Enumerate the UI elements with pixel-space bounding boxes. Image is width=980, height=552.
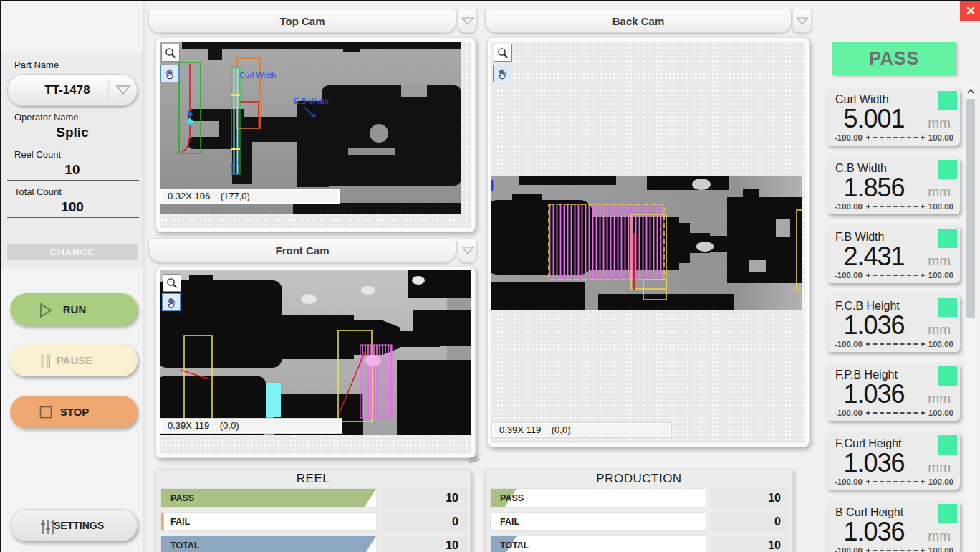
sidebar: Part Name TT-1478 Operator Name Splic Re… — [1, 1, 143, 552]
production-table-title: PRODUCTION — [486, 472, 792, 486]
range-arrow — [866, 412, 925, 414]
table-row: TOTAL 10 — [490, 536, 789, 552]
run-button[interactable]: RUN — [10, 293, 138, 325]
status-indicator — [938, 366, 957, 386]
change-button[interactable]: CHANGE — [7, 244, 138, 260]
measurement-card-bcurl-height: B Curl Height 1.036 mm -100.00100.00 — [827, 501, 960, 552]
part-name-label: Part Name — [14, 60, 59, 70]
eb-width-annotation: E.B Width — [294, 97, 329, 105]
measurement-card-curl-width: Curl Width 5.001 mm -100.00100.00 — [827, 88, 960, 146]
back-cam-status: 0.39X 119 (0,0) — [492, 423, 671, 437]
status-indicator — [938, 298, 957, 317]
front-cam-status: 0.39X 119 (0,0) — [160, 419, 342, 433]
back-cam-image[interactable] — [491, 176, 802, 310]
table-row: PASS 10 — [160, 488, 467, 508]
front-cam-pan-tool[interactable] — [162, 293, 181, 311]
table-row: FAIL 0 — [490, 512, 789, 531]
range-arrow — [866, 550, 925, 551]
back-cam-title: Back Cam — [612, 15, 665, 27]
top-cam-status: 0.32X 106 (177,0) — [160, 189, 340, 204]
reel-table: REEL PASS 10 FAIL 0 TOTAL 10 — [155, 469, 471, 552]
divider — [7, 180, 139, 181]
pause-button[interactable]: PAUSE — [10, 344, 138, 376]
chevron-down-icon — [461, 246, 474, 255]
row-label: TOTAL — [170, 536, 200, 552]
hand-icon — [496, 68, 508, 80]
table-row: FAIL 0 — [160, 512, 467, 531]
measurement-card-fpb-height: F.P.B Height 1.036 mm -100.00100.00 — [827, 363, 960, 421]
hand-icon — [164, 68, 176, 80]
row-label: PASS — [170, 489, 194, 508]
overall-result-badge: PASS — [832, 42, 956, 75]
pause-icon — [39, 353, 53, 368]
range-arrow — [866, 206, 925, 207]
scroll-up-arrow-icon[interactable] — [965, 85, 976, 97]
operator-name-label: Operator Name — [14, 112, 79, 123]
stop-icon — [39, 405, 53, 419]
table-row: TOTAL 10 — [160, 536, 467, 552]
range-arrow — [866, 481, 925, 482]
reel-count-label: Reel Count — [14, 149, 61, 160]
chevron-down-icon — [108, 79, 137, 100]
measurement-card-fcurl-height: F.Curl Height 1.036 mm -100.00100.00 — [827, 432, 960, 490]
row-value: 10 — [711, 488, 789, 508]
magnifier-icon — [165, 47, 176, 59]
status-indicator — [938, 91, 957, 110]
row-label: FAIL — [170, 513, 190, 531]
production-table: PRODUCTION PASS 10 FAIL 0 TOTAL 10 — [485, 469, 793, 552]
total-count-label: Total Count — [14, 186, 62, 197]
chevron-down-icon — [461, 16, 474, 26]
operator-name-value: Splic — [1, 125, 143, 141]
results-scrollbar[interactable] — [965, 85, 976, 552]
status-indicator — [938, 504, 957, 523]
scrollbar-thumb[interactable] — [966, 99, 975, 318]
top-cam-pan-tool[interactable] — [160, 65, 179, 82]
front-cam-header: Front Cam — [148, 238, 456, 262]
measurement-card-cb-width: C.B Width 1.856 mm -100.00100.00 — [827, 157, 960, 214]
stop-button[interactable]: STOP — [10, 396, 138, 428]
front-cam-title: Front Cam — [276, 244, 330, 257]
measurement-card-fcb-height: F.C.B Height 1.036 mm -100.00100.00 — [827, 295, 960, 352]
back-cam-header: Back Cam — [485, 9, 792, 33]
back-cam-zoom-tool[interactable] — [494, 44, 512, 62]
sliders-icon — [39, 518, 54, 533]
row-label: FAIL — [500, 513, 519, 531]
app-window: Part Name TT-1478 Operator Name Splic Re… — [0, 0, 980, 552]
top-cam-zoom-tool[interactable] — [161, 44, 180, 62]
front-cam-zoom-tool[interactable] — [163, 274, 181, 292]
magnifier-icon — [497, 47, 509, 59]
row-label: PASS — [500, 489, 524, 508]
divider — [7, 217, 139, 218]
magnifier-icon — [166, 277, 178, 289]
range-arrow — [866, 275, 925, 276]
top-cam-header: Top Cam — [148, 9, 456, 33]
reel-table-title: REEL — [156, 472, 470, 486]
row-value: 0 — [711, 512, 789, 531]
front-cam-collapse-button[interactable] — [458, 238, 477, 262]
row-value: 10 — [382, 488, 467, 508]
row-value: 10 — [711, 536, 789, 552]
measurement-card-fb-width: F.B Width 2.431 mm -100.00100.00 — [827, 226, 960, 283]
fail-bar-fill — [161, 513, 164, 530]
top-cam-collapse-button[interactable] — [458, 9, 477, 33]
row-value: 0 — [382, 512, 467, 531]
top-cam-image[interactable]: Curl Width E.B Width — [160, 42, 461, 214]
settings-button[interactable]: SETTINGS — [10, 509, 138, 541]
status-indicator — [938, 160, 957, 179]
curl-width-annotation: Curl Width — [239, 71, 276, 80]
back-cam-pan-tool[interactable] — [493, 65, 511, 82]
total-count-value: 100 — [1, 199, 143, 215]
status-indicator — [938, 435, 957, 455]
status-indicator — [938, 229, 957, 248]
divider — [7, 143, 139, 143]
back-cam-collapse-button[interactable] — [792, 9, 812, 33]
front-cam-image[interactable] — [160, 270, 471, 435]
row-label: TOTAL — [500, 536, 529, 552]
close-button[interactable]: ✕ — [960, 1, 980, 21]
eye-slash-icon[interactable] — [466, 454, 481, 465]
part-name-value: TT-1478 — [8, 83, 108, 97]
part-name-dropdown[interactable]: TT-1478 — [7, 74, 138, 106]
reel-count-value: 10 — [1, 162, 143, 178]
row-value: 10 — [382, 536, 467, 552]
table-row: PASS 10 — [490, 488, 789, 508]
